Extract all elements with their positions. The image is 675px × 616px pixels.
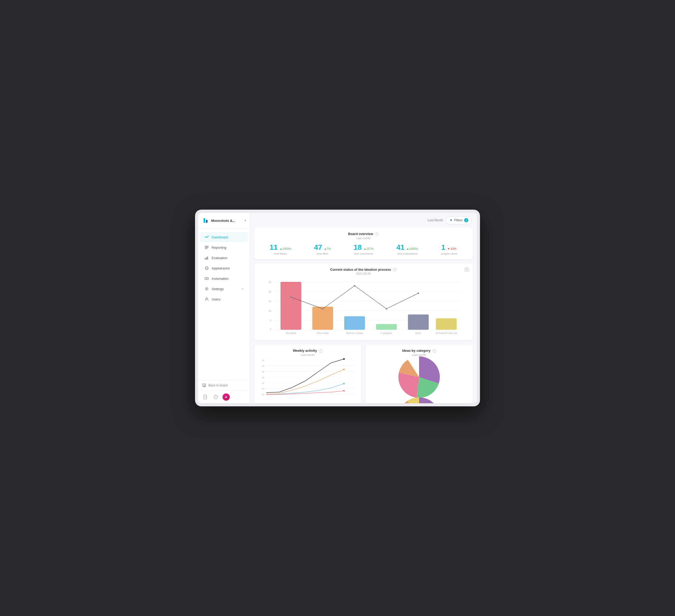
line-orange xyxy=(266,369,344,394)
stat-label-evals: new evaluations xyxy=(396,252,418,255)
sidebar-item-settings[interactable]: Settings ▾ xyxy=(200,284,248,294)
settings-icon xyxy=(204,286,209,291)
sidebar-item-reporting[interactable]: Reporting xyxy=(200,243,248,252)
appearance-icon xyxy=(204,266,209,270)
svg-text:10: 10 xyxy=(262,393,264,396)
svg-point-16 xyxy=(206,298,208,299)
stat-value-evals: 41 xyxy=(396,243,404,251)
bar-chart-area: 25 20 15 10 5 0 xyxy=(258,278,468,336)
main-content: Last Month ▼ Filters 1 Board overview i … xyxy=(250,213,477,403)
sidebar-item-dashboard[interactable]: Dashboard xyxy=(200,232,248,242)
weekly-activity-subtitle: Last month xyxy=(258,353,357,356)
evaluation-icon xyxy=(204,255,209,260)
board-overview-subtitle: Last month xyxy=(258,237,468,240)
svg-point-25 xyxy=(466,269,467,270)
ideation-chart-card: Current status of the ideation process i… xyxy=(254,263,473,341)
ideation-chart-subtitle: 2022-05-05 xyxy=(258,272,468,275)
svg-text:25: 25 xyxy=(262,382,264,384)
avatar[interactable]: A xyxy=(223,393,230,401)
sidebar-header[interactable]: Moonshots &... ▾ xyxy=(198,213,250,229)
svg-rect-1 xyxy=(205,247,209,248)
stat-change-users: ▼-83% xyxy=(446,247,457,250)
svg-rect-0 xyxy=(205,246,209,247)
svg-text:?: ? xyxy=(215,395,217,399)
sidebar-item-users[interactable]: Users xyxy=(200,294,248,304)
stat-label-users: unique users xyxy=(441,252,457,255)
stat-value-likes: 47 xyxy=(314,243,322,251)
stat-label-comments: new comments xyxy=(354,252,374,255)
topbar: Last Month ▼ Filters 1 xyxy=(250,213,477,228)
line-dot-4 xyxy=(386,308,387,310)
svg-text:5: 5 xyxy=(270,319,271,322)
weekly-activity-title: Weekly activity i xyxy=(258,349,357,353)
svg-rect-3 xyxy=(205,258,206,260)
stat-change-likes: ▲7% xyxy=(323,247,331,250)
svg-point-60 xyxy=(343,383,345,384)
svg-point-59 xyxy=(343,369,345,370)
stat-value-comments: 18 xyxy=(354,243,362,251)
svg-point-15 xyxy=(206,288,208,290)
svg-text:Business review: Business review xyxy=(346,332,363,334)
stat-new-ideas: 11 ▲1000% new ideas xyxy=(270,243,291,255)
reporting-label: Reporting xyxy=(212,246,226,250)
ideas-category-info-icon[interactable]: i xyxy=(433,349,436,353)
board-overview-card: Board overview i Last month 11 ▲1000% ne… xyxy=(254,228,473,259)
automation-icon xyxy=(204,276,209,281)
bar-done xyxy=(408,315,429,330)
stat-label-likes: new likes xyxy=(314,252,331,255)
filter-icon: ▼ xyxy=(449,218,452,222)
bar-new-ideas xyxy=(281,282,301,330)
line-overlay xyxy=(291,286,418,309)
line-blue xyxy=(266,383,344,395)
svg-text:10: 10 xyxy=(269,310,271,312)
evaluation-label: Evaluation xyxy=(212,256,227,260)
automation-label: Automation xyxy=(212,277,229,281)
board-overview-info-icon[interactable]: i xyxy=(375,233,379,236)
svg-text:20: 20 xyxy=(262,388,264,390)
sidebar-footer: ? A xyxy=(198,390,250,403)
sidebar-item-evaluation[interactable]: Evaluation xyxy=(200,253,248,263)
svg-rect-24 xyxy=(465,268,469,271)
dashboard-icon xyxy=(204,235,209,240)
svg-point-61 xyxy=(343,390,345,391)
svg-rect-4 xyxy=(206,257,207,260)
sidebar-item-automation[interactable]: Automation xyxy=(200,274,248,283)
device-frame: Moonshots &... ▾ Dashboard Reporting xyxy=(195,210,480,406)
svg-text:First review: First review xyxy=(317,332,329,334)
svg-rect-13 xyxy=(207,277,209,279)
help-icon[interactable]: ? xyxy=(212,393,219,401)
ideation-info-icon[interactable]: i xyxy=(393,268,396,271)
filters-badge: 1 xyxy=(464,218,468,222)
stat-change-comments: ▲157% xyxy=(363,247,374,250)
ideation-chart-title: Current status of the ideation process i xyxy=(258,268,468,272)
svg-text:In progress: In progress xyxy=(380,332,392,334)
settings-chevron-icon: ▾ xyxy=(242,287,243,291)
users-icon xyxy=(204,297,209,301)
svg-point-11 xyxy=(207,268,208,269)
back-to-board-label: Back to board xyxy=(209,383,228,387)
chevron-down-icon[interactable]: ▾ xyxy=(244,219,246,222)
weekly-activity-info-icon[interactable]: i xyxy=(319,349,322,353)
stat-new-likes: 47 ▲7% new likes xyxy=(314,243,331,255)
back-to-board-button[interactable]: Back to board xyxy=(202,383,245,387)
svg-text:Archived for later use: Archived for later use xyxy=(435,332,457,334)
filters-button[interactable]: ▼ Filters 1 xyxy=(446,216,472,224)
svg-text:30: 30 xyxy=(262,376,264,379)
camera-icon[interactable] xyxy=(464,267,469,273)
users-label: Users xyxy=(212,297,220,301)
bar-archived xyxy=(436,318,457,330)
svg-point-7 xyxy=(206,267,206,268)
back-to-board-section[interactable]: Back to board xyxy=(198,380,250,390)
stats-row: 11 ▲1000% new ideas 47 ▲7% new likes 18 … xyxy=(258,243,468,255)
docs-icon[interactable] xyxy=(202,393,209,401)
line-dot-1 xyxy=(290,296,292,298)
weekly-activity-card: Weekly activity i Last month 45 40 35 30… xyxy=(254,345,361,403)
sidebar-item-appearance[interactable]: Appearance xyxy=(200,263,248,273)
bar-in-progress xyxy=(376,324,397,330)
ideas-category-subtitle: Last month xyxy=(370,353,468,356)
filters-label: Filters xyxy=(454,218,463,222)
reporting-icon xyxy=(204,245,209,250)
period-label: Last Month xyxy=(428,218,443,222)
pie-chart-svg xyxy=(398,356,440,398)
svg-text:New ideas: New ideas xyxy=(286,332,297,334)
